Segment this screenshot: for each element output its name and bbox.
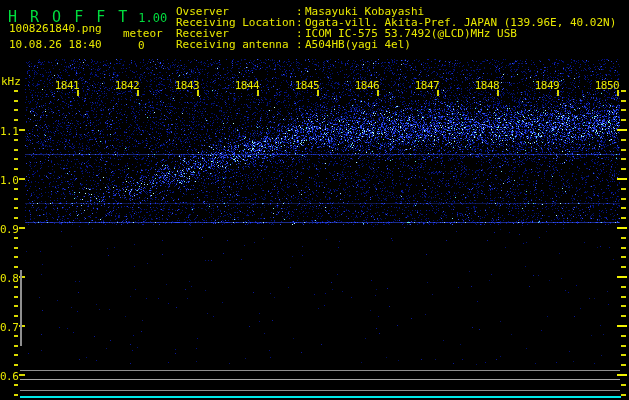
- time-tick-label: 1850: [587, 79, 627, 92]
- time-tick-label: 1849: [527, 79, 567, 92]
- time-tick-label: 1848: [467, 79, 507, 92]
- freq-tick-label: 0.7: [0, 321, 18, 334]
- meteor-count: 0: [138, 40, 145, 51]
- time-tick-label: 1844: [227, 79, 267, 92]
- freq-axis-unit-label: kHz: [1, 76, 21, 87]
- time-tick-label: 1845: [287, 79, 327, 92]
- time-tick-label: 1842: [107, 79, 147, 92]
- mode-label: meteor: [123, 28, 163, 39]
- freq-tick-label: 0.6: [0, 370, 18, 383]
- freq-tick-label: 0.9: [0, 223, 18, 236]
- app-version: 1.00: [138, 11, 167, 25]
- observer-info-row: Ovserver:Masayuki Kobayashi: [176, 5, 616, 16]
- hrofft-output-screen: H R O F F T1.00 1008261840.png meteor 10…: [0, 0, 629, 400]
- time-tick-label: 1841: [47, 79, 87, 92]
- freq-tick-label: 0.8: [0, 272, 18, 285]
- info-row-colon: :: [296, 38, 305, 51]
- time-tick-label: 1847: [407, 79, 447, 92]
- time-tick-label: 1843: [167, 79, 207, 92]
- spectrogram-canvas: [0, 0, 629, 400]
- time-tick-label: 1846: [347, 79, 387, 92]
- observer-info-row: Receiving antenna:A504HB(yagi 4el): [176, 38, 616, 49]
- freq-tick-label: 1.1: [0, 125, 18, 138]
- observation-datetime: 10.08.26 18:40: [9, 39, 102, 50]
- info-row-label: Receiving antenna: [176, 38, 296, 51]
- info-row-value: A504HB(yagi 4el): [305, 38, 411, 51]
- output-filename: 1008261840.png: [9, 23, 102, 34]
- observer-info-block: Ovserver:Masayuki KobayashiReceiving Loc…: [176, 5, 616, 49]
- freq-tick-label: 1.0: [0, 174, 18, 187]
- observer-info-row: Receiving Location:Ogata-vill. Akita-Pre…: [176, 16, 616, 27]
